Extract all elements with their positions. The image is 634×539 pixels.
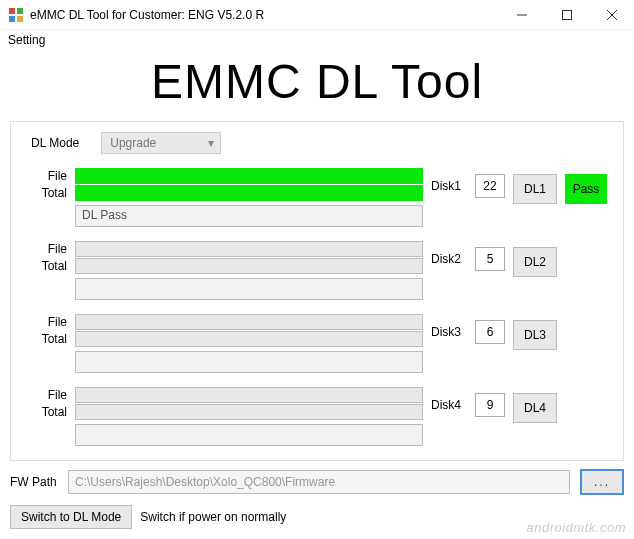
disk-label: Disk1 <box>431 174 467 193</box>
file-progress-bar <box>75 387 423 403</box>
svg-rect-3 <box>17 16 23 22</box>
disk-label: Disk2 <box>431 247 467 266</box>
disk-controls: Disk2 DL2 <box>431 241 557 277</box>
total-label: Total <box>23 404 67 421</box>
disk-block-2: File Total Disk2 DL2 <box>23 241 611 300</box>
disk-num-input[interactable] <box>475 247 505 271</box>
total-label: Total <box>23 331 67 348</box>
disk-labels: File Total <box>23 314 67 348</box>
disk-bars <box>75 241 423 300</box>
file-label: File <box>23 387 67 404</box>
svg-rect-2 <box>9 16 15 22</box>
total-progress-bar <box>75 258 423 274</box>
total-label: Total <box>23 258 67 275</box>
minimize-button[interactable] <box>499 0 544 29</box>
dl-mode-label: DL Mode <box>31 136 79 150</box>
fw-path-label: FW Path <box>10 475 58 489</box>
fw-path-input[interactable] <box>68 470 570 494</box>
dl-button-3[interactable]: DL3 <box>513 320 557 350</box>
switch-hint: Switch if power on normally <box>140 510 286 524</box>
pass-badge: Pass <box>565 174 607 204</box>
dl-mode-row: DL Mode Upgrade <box>31 132 611 154</box>
disk-labels: File Total <box>23 241 67 275</box>
disk-block-1: File Total DL Pass Disk1 DL1 Pass <box>23 168 611 227</box>
disk-block-4: File Total Disk4 DL4 <box>23 387 611 446</box>
total-progress-bar <box>75 331 423 347</box>
disk-controls: Disk4 DL4 <box>431 387 557 423</box>
dl-button-2[interactable]: DL2 <box>513 247 557 277</box>
disk-bars <box>75 314 423 373</box>
window-controls <box>499 0 634 29</box>
watermark: androidmtk.com <box>527 520 626 535</box>
total-label: Total <box>23 185 67 202</box>
svg-rect-1 <box>17 8 23 14</box>
dl-mode-select[interactable]: Upgrade <box>101 132 221 154</box>
dl-button-4[interactable]: DL4 <box>513 393 557 423</box>
file-progress-bar <box>75 314 423 330</box>
disk-num-input[interactable] <box>475 174 505 198</box>
disk-num-input[interactable] <box>475 320 505 344</box>
disk-label: Disk3 <box>431 320 467 339</box>
disk-controls: Disk1 DL1 Pass <box>431 168 607 204</box>
file-progress-bar <box>75 168 423 184</box>
svg-rect-5 <box>562 10 571 19</box>
status-box <box>75 424 423 446</box>
status-box <box>75 351 423 373</box>
file-label: File <box>23 241 67 258</box>
fw-path-row: FW Path ... <box>10 469 624 495</box>
window-title: eMMC DL Tool for Customer: ENG V5.2.0 R <box>30 8 499 22</box>
file-label: File <box>23 168 67 185</box>
disk-bars <box>75 387 423 446</box>
status-box: DL Pass <box>75 205 423 227</box>
menubar: Setting <box>0 30 634 50</box>
file-label: File <box>23 314 67 331</box>
disk-label: Disk4 <box>431 393 467 412</box>
disk-bars: DL Pass <box>75 168 423 227</box>
maximize-button[interactable] <box>544 0 589 29</box>
disk-block-3: File Total Disk3 DL3 <box>23 314 611 373</box>
disk-num-input[interactable] <box>475 393 505 417</box>
total-progress-bar <box>75 404 423 420</box>
svg-rect-0 <box>9 8 15 14</box>
total-progress-bar <box>75 185 423 201</box>
disk-controls: Disk3 DL3 <box>431 314 557 350</box>
switch-mode-button[interactable]: Switch to DL Mode <box>10 505 132 529</box>
menu-setting[interactable]: Setting <box>8 33 45 47</box>
main-panel: DL Mode Upgrade File Total DL Pass Disk1… <box>10 121 624 461</box>
disk-labels: File Total <box>23 387 67 421</box>
file-progress-bar <box>75 241 423 257</box>
dl-button-1[interactable]: DL1 <box>513 174 557 204</box>
fw-browse-button[interactable]: ... <box>580 469 624 495</box>
titlebar: eMMC DL Tool for Customer: ENG V5.2.0 R <box>0 0 634 30</box>
app-icon <box>8 7 24 23</box>
disk-labels: File Total <box>23 168 67 202</box>
hero-title: EMMC DL Tool <box>0 54 634 109</box>
status-box <box>75 278 423 300</box>
close-button[interactable] <box>589 0 634 29</box>
